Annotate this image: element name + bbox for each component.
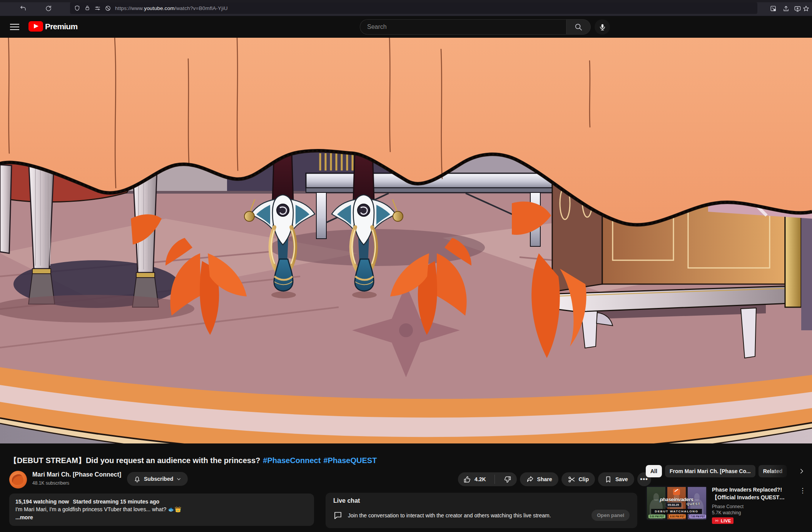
live-badge: LIVE bbox=[712, 517, 733, 524]
url-prefix: https://www. bbox=[115, 5, 144, 11]
recommended-menu-button[interactable]: ⋮ bbox=[799, 487, 806, 495]
chevron-down-icon bbox=[176, 476, 182, 482]
thumb-quest-text: QUEST bbox=[687, 502, 700, 506]
channel-subscribers: 48.1K subscribers bbox=[32, 480, 69, 486]
like-count: 4.2K bbox=[475, 476, 486, 482]
channel-row: Mari Mari Ch. [Phase Connect] 48.1K subs… bbox=[9, 470, 240, 489]
like-button[interactable]: 4.2K bbox=[458, 472, 491, 486]
hashtag-phasequest[interactable]: #PhaseQUEST bbox=[323, 456, 377, 465]
youtube-masthead: Premium bbox=[0, 16, 812, 38]
related-sidebar: All From Mari Mari Ch. [Phase Co... Rela… bbox=[646, 465, 807, 525]
more-link[interactable]: ...more bbox=[15, 514, 308, 521]
live-chat-message: Join the conversation to interact with t… bbox=[348, 512, 551, 519]
device-download-icon bbox=[794, 5, 801, 12]
thumb-time-2: 6:00 PM PST bbox=[669, 515, 686, 518]
search-icon bbox=[574, 23, 583, 31]
bookmark-icon bbox=[604, 475, 612, 483]
channel-avatar[interactable] bbox=[9, 471, 27, 489]
channel-name[interactable]: Mari Mari Ch. [Phase Connect] bbox=[32, 471, 121, 478]
stream-frame-art bbox=[0, 38, 812, 443]
menu-button[interactable] bbox=[10, 22, 19, 32]
thumbs-up-icon bbox=[463, 475, 471, 483]
browser-toolbar: https://www.youtube.com/watch?v=B0mflA-Y… bbox=[0, 0, 812, 16]
thumbs-down-icon bbox=[503, 475, 511, 483]
chip-from-channel[interactable]: From Mari Mari Ch. [Phase Co... bbox=[665, 465, 755, 477]
thumb-date-badge: 05.03.25 bbox=[665, 502, 682, 507]
chips-fade bbox=[770, 465, 793, 477]
search-box[interactable] bbox=[360, 19, 566, 35]
reload-icon bbox=[45, 5, 52, 12]
dislike-button[interactable] bbox=[498, 472, 517, 486]
microphone-icon bbox=[598, 23, 606, 31]
clip-button[interactable]: Clip bbox=[561, 472, 595, 486]
youtube-premium-logo[interactable]: Premium bbox=[28, 21, 77, 32]
scissors-icon bbox=[568, 475, 576, 483]
search-input[interactable] bbox=[367, 23, 552, 30]
recommended-video[interactable]: phaseinvaders QUEST 05.03.25 DEBUT WATCH… bbox=[646, 486, 807, 525]
bookmark-button[interactable] bbox=[800, 3, 811, 14]
clip-label: Clip bbox=[579, 476, 589, 482]
share-icon bbox=[526, 475, 534, 483]
thumb-banner: DEBUT WATCHALONG bbox=[651, 509, 702, 514]
action-buttons: 4.2K Share Clip Save ••• bbox=[458, 472, 651, 486]
back-icon bbox=[20, 5, 27, 12]
thumb-brand-text: phaseinvaders bbox=[646, 497, 707, 502]
recommended-meta: Phase Invaders Replaced?!【Official Invad… bbox=[712, 486, 789, 525]
recommended-channel[interactable]: Phase Connect bbox=[712, 504, 789, 509]
recommended-watching: 5.7K watching bbox=[712, 510, 789, 515]
hashtag-phaseconnect[interactable]: #PhaseConnect bbox=[263, 456, 321, 465]
subscribed-label: Subscribed bbox=[144, 476, 173, 482]
voice-search-button[interactable] bbox=[595, 19, 610, 35]
live-badge-label: LIVE bbox=[721, 519, 731, 523]
filter-chips: All From Mari Mari Ch. [Phase Co... Rela… bbox=[646, 465, 807, 477]
video-player[interactable] bbox=[0, 38, 812, 443]
shield-icon[interactable] bbox=[74, 5, 80, 12]
permissions-icon[interactable] bbox=[94, 5, 101, 12]
chat-bubble-icon bbox=[333, 511, 343, 520]
subscribed-button[interactable]: Subscribed bbox=[127, 472, 188, 486]
lock-icon[interactable] bbox=[84, 5, 90, 11]
share-label: Share bbox=[537, 476, 552, 482]
bell-icon bbox=[133, 475, 141, 483]
chips-next-button[interactable] bbox=[796, 465, 807, 477]
screenshot-icon bbox=[770, 5, 777, 12]
share-button[interactable]: Share bbox=[520, 472, 558, 486]
save-label: Save bbox=[615, 476, 628, 482]
description-box[interactable]: 15,194 watching nowStarted streaming 15 … bbox=[9, 494, 314, 526]
autoplay-blocked-icon[interactable] bbox=[105, 5, 111, 12]
recommended-title[interactable]: Phase Invaders Replaced?!【Official Invad… bbox=[712, 486, 789, 501]
thumb-time-3: 7:00 PM PST bbox=[689, 515, 706, 518]
url-domain: youtube.com bbox=[144, 5, 175, 11]
open-panel-button[interactable]: Open panel bbox=[591, 510, 630, 521]
screenshot-button[interactable] bbox=[768, 3, 779, 14]
back-button[interactable] bbox=[18, 3, 28, 14]
thumb-time-1: 5:00 PM PST bbox=[648, 515, 665, 518]
recommended-thumbnail[interactable]: phaseinvaders QUEST 05.03.25 DEBUT WATCH… bbox=[646, 486, 707, 520]
like-dislike-pill: 4.2K bbox=[458, 472, 517, 486]
live-chat-title: Live chat bbox=[333, 497, 630, 504]
video-title-bracketed: 【DEBUT STREAM】 bbox=[9, 456, 86, 465]
youtube-play-icon bbox=[28, 21, 43, 32]
share-page-button[interactable] bbox=[780, 3, 791, 14]
description-text: I'm Mari Mari, I'm a goldfish princess V… bbox=[15, 505, 308, 513]
chevron-right-icon bbox=[798, 468, 805, 475]
video-title: 【DEBUT STREAM】Did you request an audienc… bbox=[9, 455, 586, 466]
search-button[interactable] bbox=[566, 19, 591, 35]
live-chat-panel: Live chat Join the conversation to inter… bbox=[326, 493, 637, 528]
watching-now: 15,194 watching now bbox=[15, 499, 69, 505]
url-text[interactable]: https://www.youtube.com/watch?v=B0mflA-Y… bbox=[115, 5, 228, 11]
broadcast-icon bbox=[714, 518, 719, 523]
video-title-main: Did you request an audience with the pri… bbox=[86, 456, 260, 465]
started-streaming: Started streaming 15 minutes ago bbox=[73, 499, 159, 505]
url-bar[interactable]: https://www.youtube.com/watch?v=B0mflA-Y… bbox=[70, 2, 757, 14]
save-button[interactable]: Save bbox=[598, 472, 634, 486]
chip-all[interactable]: All bbox=[646, 465, 662, 477]
url-path: /watch?v=B0mflA-YjiU bbox=[175, 5, 228, 11]
invader-logo-icon bbox=[673, 489, 680, 495]
star-icon bbox=[802, 5, 810, 12]
reload-button[interactable] bbox=[43, 3, 54, 14]
premium-wordmark: Premium bbox=[45, 22, 77, 31]
upload-icon bbox=[782, 5, 790, 12]
